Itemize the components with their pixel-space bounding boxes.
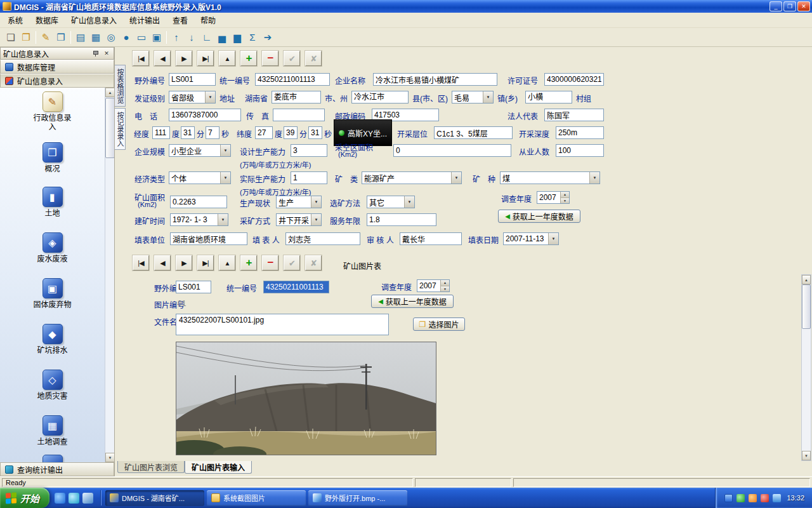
mining-depth-input[interactable] — [556, 126, 604, 139]
scroll-up-icon[interactable]: ▲ — [105, 88, 114, 97]
latitude-sec-input[interactable] — [308, 126, 322, 139]
sidebar-item-pit-drainage[interactable]: ◆ 矿坑排水 — [3, 324, 102, 355]
picture-field-no-input[interactable] — [176, 281, 211, 293]
fill-unit-input[interactable] — [170, 232, 247, 245]
nav-cancel-button[interactable]: ✘ — [305, 51, 322, 66]
field-no-input[interactable] — [169, 73, 216, 86]
cert-level-select[interactable]: 省部级 ▼ — [169, 91, 216, 104]
minimize-button[interactable]: _ — [769, 1, 782, 11]
longitude-sec-input[interactable] — [206, 126, 219, 139]
update-icon[interactable] — [749, 494, 757, 502]
nav-post-button[interactable]: ✔ — [284, 255, 300, 271]
scroll-down-icon[interactable]: ▼ — [802, 451, 811, 460]
sidebar-item-overview[interactable]: ❒ 概况 — [3, 142, 102, 173]
nav-first-button[interactable]: |◀ — [133, 255, 149, 271]
enterprise-input[interactable] — [373, 73, 497, 86]
sidebar-group-database[interactable]: 数据库管理 — [0, 60, 114, 74]
new-icon[interactable]: ❏ — [3, 30, 18, 45]
city-box[interactable]: 娄底市 — [272, 91, 321, 104]
file-name-box[interactable]: 4325022007LS00101.jpg — [176, 314, 389, 335]
fax-input[interactable] — [273, 109, 325, 121]
goaf-area-input[interactable] — [393, 144, 511, 157]
chevron-down-icon[interactable]: ▼ — [451, 172, 461, 184]
mining-layer-input[interactable] — [434, 126, 513, 139]
nav-next-button[interactable]: ▶ — [176, 51, 192, 66]
start-button[interactable]: 开始 — [0, 488, 49, 508]
table-icon[interactable]: ▦ — [88, 30, 103, 45]
nav-delete-button[interactable]: − — [262, 51, 278, 66]
scroll-down-icon[interactable]: ▼ — [105, 453, 114, 462]
mineral-kind-select[interactable]: 煤 ▼ — [500, 171, 600, 184]
mining-method-select[interactable]: 井下开采 ▼ — [276, 213, 322, 226]
service-years-input[interactable] — [367, 213, 436, 226]
chevron-down-icon[interactable]: ▼ — [404, 196, 414, 208]
histogram-icon[interactable]: ▆ — [230, 30, 245, 45]
sidebar-item-land[interactable]: ▮ 土地 — [3, 187, 102, 218]
sidebar-group-query-output[interactable]: 查询统计输出 — [0, 462, 114, 476]
alert-icon[interactable] — [761, 494, 769, 502]
taskbar-task-bmp-image[interactable]: 野外版打开.bmp -... — [308, 490, 407, 506]
nav-post-button[interactable]: ✔ — [284, 51, 300, 66]
mineral-class-select[interactable]: 能源矿产 ▼ — [362, 171, 462, 184]
save-icon[interactable]: ▣ — [149, 30, 164, 45]
license-input[interactable] — [544, 73, 604, 86]
scroll-up-icon[interactable]: ▲ — [802, 275, 811, 284]
chevron-down-icon[interactable]: ▼ — [218, 214, 228, 225]
maximize-button[interactable]: ❐ — [783, 1, 796, 11]
chevron-down-icon[interactable]: ▼ — [311, 196, 321, 208]
chevron-down-icon[interactable]: ▼ — [220, 172, 230, 184]
sidebar-scrollbar[interactable]: ▲ ▼ — [105, 88, 114, 462]
design-capacity-input[interactable] — [291, 144, 327, 157]
antivirus-icon[interactable] — [737, 494, 745, 502]
employees-input[interactable] — [556, 144, 604, 157]
chevron-down-icon[interactable]: ▼ — [311, 214, 321, 225]
economic-type-select[interactable]: 个体 ▼ — [169, 171, 231, 184]
taskbar-task-screenshots-folder[interactable]: 系统截图图片 — [207, 490, 306, 506]
chevron-down-icon[interactable]: ▼ — [220, 145, 230, 156]
town-box[interactable]: 小横 — [525, 91, 572, 104]
menu-system[interactable]: 系统 — [1, 12, 29, 28]
chevron-down-icon[interactable]: ▼ — [483, 91, 493, 103]
menu-statistics-output[interactable]: 统计输出 — [123, 12, 166, 28]
prefecture-box[interactable]: 冷水江市 — [351, 91, 409, 104]
chevron-down-icon[interactable]: ▼ — [205, 91, 215, 103]
database-icon[interactable]: ▤ — [73, 30, 88, 45]
tab-picture-entry[interactable]: 矿山图片表输入 — [185, 461, 252, 474]
scrollbar-thumb[interactable] — [802, 284, 811, 329]
nav-delete-button[interactable]: − — [262, 255, 278, 271]
sidebar-item-solid-waste[interactable]: ▣ 固体废弃物 — [3, 278, 102, 309]
scrollbar-thumb[interactable] — [105, 98, 114, 158]
menu-help[interactable]: 帮助 — [194, 12, 222, 28]
fill-person-input[interactable] — [285, 232, 360, 245]
chart-icon[interactable]: ▅ — [214, 30, 230, 45]
nav-insert-button[interactable]: + — [240, 255, 257, 271]
nav-last-button[interactable]: ▶| — [197, 255, 214, 271]
edit-icon[interactable]: ✎ — [38, 30, 53, 45]
actual-capacity-input[interactable] — [291, 171, 327, 184]
chevron-down-icon[interactable]: ▼ — [548, 233, 558, 244]
close-icon[interactable]: ✕ — [102, 50, 111, 58]
tab-record-entry[interactable]: 按记录录入 — [115, 108, 126, 150]
taskbar-task-dmgis[interactable]: DMGIS - 湖南省矿... — [105, 490, 204, 506]
globe-icon[interactable]: ● — [119, 30, 134, 45]
latitude-min-input[interactable] — [284, 126, 298, 139]
spinner-arrows[interactable]: ▲▼ — [440, 280, 449, 291]
chevron-down-icon[interactable]: ▼ — [589, 172, 599, 184]
refresh-icon[interactable]: ◎ — [103, 30, 119, 45]
nav-prior-button[interactable]: ◀ — [154, 51, 171, 66]
unified-no-input[interactable] — [255, 73, 330, 86]
longitude-min-input[interactable] — [181, 126, 195, 139]
show-desktop-icon[interactable] — [69, 493, 79, 504]
picture-survey-year-spinner[interactable]: 2007 ▲▼ — [417, 279, 450, 292]
phone-input[interactable] — [169, 109, 241, 121]
sidebar-item-land-survey[interactable]: ▦ 土地调查 — [3, 415, 102, 446]
picture-unified-no-input[interactable] — [263, 281, 329, 293]
menu-view[interactable]: 查看 — [166, 12, 194, 28]
dressing-method-select[interactable]: 其它 ▼ — [367, 196, 415, 208]
mine-area-input[interactable] — [170, 196, 227, 208]
sidebar-item-wastewater[interactable]: ◈ 废水废液 — [3, 232, 102, 264]
copy-icon[interactable]: ❒ — [53, 30, 69, 45]
nav-last-button[interactable]: ▶| — [197, 51, 214, 66]
latitude-deg-input[interactable] — [255, 126, 273, 139]
nav-cancel-button[interactable]: ✘ — [305, 255, 322, 271]
